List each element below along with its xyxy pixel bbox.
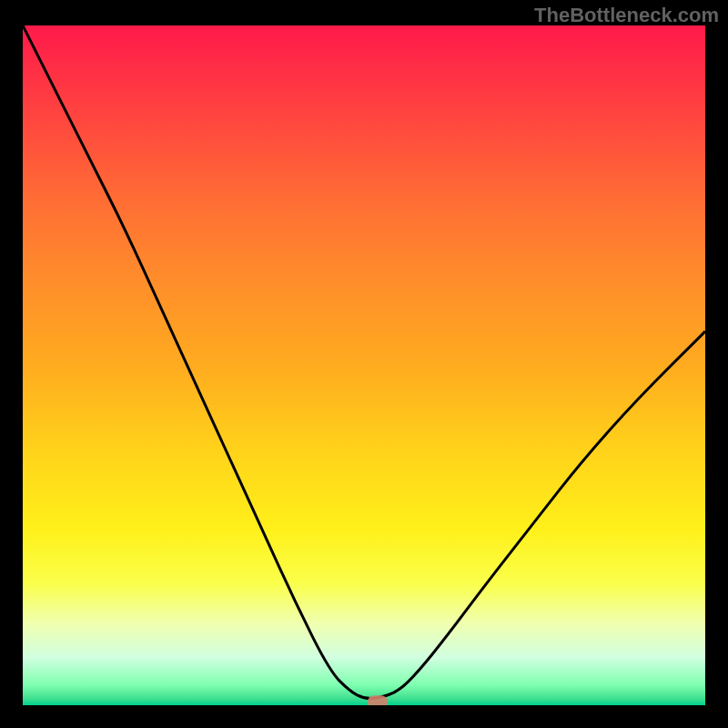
chart-plot-area [23,25,705,705]
chart-svg [23,25,705,705]
bottleneck-curve [23,25,705,699]
watermark-text: TheBottleneck.com [534,4,719,27]
minimum-marker [368,695,388,705]
